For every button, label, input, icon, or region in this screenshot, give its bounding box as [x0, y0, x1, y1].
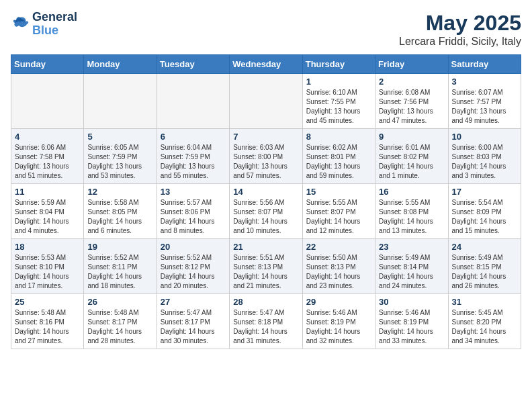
day-number: 17: [452, 187, 517, 197]
weekday-header: Sunday: [11, 55, 84, 74]
calendar-cell: 11Sunrise: 5:59 AM Sunset: 8:04 PM Dayli…: [11, 184, 84, 239]
weekday-header: Friday: [375, 55, 448, 74]
day-info: Sunrise: 6:07 AM Sunset: 7:57 PM Dayligh…: [452, 88, 517, 126]
calendar-cell: 12Sunrise: 5:58 AM Sunset: 8:05 PM Dayli…: [84, 184, 157, 239]
day-number: 2: [379, 77, 444, 87]
day-info: Sunrise: 5:45 AM Sunset: 8:20 PM Dayligh…: [452, 308, 517, 346]
calendar-table: SundayMondayTuesdayWednesdayThursdayFrid…: [11, 54, 521, 349]
day-number: 11: [15, 187, 80, 197]
day-number: 13: [161, 187, 226, 197]
calendar-cell: 27Sunrise: 5:47 AM Sunset: 8:17 PM Dayli…: [157, 294, 229, 349]
weekday-header: Thursday: [302, 55, 375, 74]
day-number: 24: [452, 242, 517, 252]
day-info: Sunrise: 5:53 AM Sunset: 8:10 PM Dayligh…: [15, 253, 80, 291]
day-number: 1: [306, 77, 371, 87]
calendar-cell: 3Sunrise: 6:07 AM Sunset: 7:57 PM Daylig…: [448, 74, 521, 129]
day-info: Sunrise: 5:47 AM Sunset: 8:18 PM Dayligh…: [233, 308, 298, 346]
calendar-week-row: 1Sunrise: 6:10 AM Sunset: 7:55 PM Daylig…: [11, 74, 521, 129]
calendar-cell: 14Sunrise: 5:56 AM Sunset: 8:07 PM Dayli…: [230, 184, 302, 239]
weekday-header: Monday: [84, 55, 157, 74]
calendar-cell: 15Sunrise: 5:55 AM Sunset: 8:07 PM Dayli…: [302, 184, 375, 239]
day-info: Sunrise: 5:46 AM Sunset: 8:19 PM Dayligh…: [379, 308, 444, 346]
day-number: 15: [306, 187, 371, 197]
logo-text: General Blue: [32, 11, 77, 38]
day-info: Sunrise: 5:59 AM Sunset: 8:04 PM Dayligh…: [15, 198, 80, 236]
day-number: 16: [379, 187, 444, 197]
calendar-cell: 25Sunrise: 5:48 AM Sunset: 8:16 PM Dayli…: [11, 294, 84, 349]
day-number: 8: [306, 132, 371, 142]
logo-icon: [11, 15, 30, 34]
day-info: Sunrise: 6:10 AM Sunset: 7:55 PM Dayligh…: [306, 88, 371, 126]
calendar-cell: 4Sunrise: 6:06 AM Sunset: 7:58 PM Daylig…: [11, 129, 84, 184]
day-number: 7: [233, 132, 298, 142]
day-number: 3: [452, 77, 517, 87]
day-number: 25: [15, 297, 80, 307]
calendar-cell: 29Sunrise: 5:46 AM Sunset: 8:19 PM Dayli…: [302, 294, 375, 349]
day-number: 20: [161, 242, 226, 252]
calendar-cell: [230, 74, 302, 129]
day-info: Sunrise: 6:04 AM Sunset: 7:59 PM Dayligh…: [161, 143, 226, 181]
calendar-cell: [11, 74, 84, 129]
weekday-header: Tuesday: [157, 55, 229, 74]
day-info: Sunrise: 6:03 AM Sunset: 8:00 PM Dayligh…: [233, 143, 298, 181]
calendar-subtitle: Lercara Friddi, Sicily, Italy: [399, 36, 521, 48]
day-number: 31: [452, 297, 517, 307]
day-info: Sunrise: 5:58 AM Sunset: 8:05 PM Dayligh…: [87, 198, 152, 236]
calendar-cell: 13Sunrise: 5:57 AM Sunset: 8:06 PM Dayli…: [157, 184, 229, 239]
calendar-cell: 10Sunrise: 6:00 AM Sunset: 8:03 PM Dayli…: [448, 129, 521, 184]
day-number: 22: [306, 242, 371, 252]
day-number: 26: [87, 297, 152, 307]
calendar-cell: 24Sunrise: 5:49 AM Sunset: 8:15 PM Dayli…: [448, 239, 521, 294]
day-info: Sunrise: 5:52 AM Sunset: 8:12 PM Dayligh…: [161, 253, 226, 291]
calendar-cell: 30Sunrise: 5:46 AM Sunset: 8:19 PM Dayli…: [375, 294, 448, 349]
calendar-cell: 9Sunrise: 6:01 AM Sunset: 8:02 PM Daylig…: [375, 129, 448, 184]
day-number: 10: [452, 132, 517, 142]
day-info: Sunrise: 5:49 AM Sunset: 8:14 PM Dayligh…: [379, 253, 444, 291]
calendar-cell: 21Sunrise: 5:51 AM Sunset: 8:13 PM Dayli…: [230, 239, 302, 294]
day-info: Sunrise: 5:50 AM Sunset: 8:13 PM Dayligh…: [306, 253, 371, 291]
calendar-cell: 7Sunrise: 6:03 AM Sunset: 8:00 PM Daylig…: [230, 129, 302, 184]
calendar-cell: 6Sunrise: 6:04 AM Sunset: 7:59 PM Daylig…: [157, 129, 229, 184]
calendar-week-row: 4Sunrise: 6:06 AM Sunset: 7:58 PM Daylig…: [11, 129, 521, 184]
calendar-cell: 5Sunrise: 6:05 AM Sunset: 7:59 PM Daylig…: [84, 129, 157, 184]
calendar-cell: 26Sunrise: 5:48 AM Sunset: 8:17 PM Dayli…: [84, 294, 157, 349]
calendar-cell: 22Sunrise: 5:50 AM Sunset: 8:13 PM Dayli…: [302, 239, 375, 294]
day-info: Sunrise: 5:51 AM Sunset: 8:13 PM Dayligh…: [233, 253, 298, 291]
calendar-cell: [157, 74, 229, 129]
weekday-header: Wednesday: [230, 55, 302, 74]
day-info: Sunrise: 6:08 AM Sunset: 7:56 PM Dayligh…: [379, 88, 444, 126]
day-info: Sunrise: 5:46 AM Sunset: 8:19 PM Dayligh…: [306, 308, 371, 346]
day-number: 9: [379, 132, 444, 142]
day-number: 29: [306, 297, 371, 307]
day-number: 19: [87, 242, 152, 252]
calendar-cell: 28Sunrise: 5:47 AM Sunset: 8:18 PM Dayli…: [230, 294, 302, 349]
day-info: Sunrise: 5:48 AM Sunset: 8:16 PM Dayligh…: [15, 308, 80, 346]
calendar-cell: 2Sunrise: 6:08 AM Sunset: 7:56 PM Daylig…: [375, 74, 448, 129]
title-area: May 2025 Lercara Friddi, Sicily, Italy: [399, 11, 521, 48]
calendar-cell: [84, 74, 157, 129]
calendar-title: May 2025: [399, 11, 521, 36]
day-number: 28: [233, 297, 298, 307]
calendar-cell: 23Sunrise: 5:49 AM Sunset: 8:14 PM Dayli…: [375, 239, 448, 294]
day-info: Sunrise: 5:55 AM Sunset: 8:08 PM Dayligh…: [379, 198, 444, 236]
day-info: Sunrise: 6:00 AM Sunset: 8:03 PM Dayligh…: [452, 143, 517, 181]
day-info: Sunrise: 5:56 AM Sunset: 8:07 PM Dayligh…: [233, 198, 298, 236]
day-info: Sunrise: 5:54 AM Sunset: 8:09 PM Dayligh…: [452, 198, 517, 236]
day-info: Sunrise: 6:06 AM Sunset: 7:58 PM Dayligh…: [15, 143, 80, 181]
calendar-cell: 16Sunrise: 5:55 AM Sunset: 8:08 PM Dayli…: [375, 184, 448, 239]
calendar-cell: 31Sunrise: 5:45 AM Sunset: 8:20 PM Dayli…: [448, 294, 521, 349]
day-info: Sunrise: 5:57 AM Sunset: 8:06 PM Dayligh…: [161, 198, 226, 236]
calendar-cell: 20Sunrise: 5:52 AM Sunset: 8:12 PM Dayli…: [157, 239, 229, 294]
day-info: Sunrise: 5:49 AM Sunset: 8:15 PM Dayligh…: [452, 253, 517, 291]
calendar-cell: 8Sunrise: 6:02 AM Sunset: 8:01 PM Daylig…: [302, 129, 375, 184]
calendar-cell: 18Sunrise: 5:53 AM Sunset: 8:10 PM Dayli…: [11, 239, 84, 294]
day-number: 21: [233, 242, 298, 252]
calendar-week-row: 25Sunrise: 5:48 AM Sunset: 8:16 PM Dayli…: [11, 294, 521, 349]
day-info: Sunrise: 5:55 AM Sunset: 8:07 PM Dayligh…: [306, 198, 371, 236]
logo: General Blue: [11, 11, 77, 38]
calendar-cell: 1Sunrise: 6:10 AM Sunset: 7:55 PM Daylig…: [302, 74, 375, 129]
header: General Blue May 2025 Lercara Friddi, Si…: [11, 11, 521, 48]
day-info: Sunrise: 6:05 AM Sunset: 7:59 PM Dayligh…: [87, 143, 152, 181]
day-number: 14: [233, 187, 298, 197]
day-info: Sunrise: 6:01 AM Sunset: 8:02 PM Dayligh…: [379, 143, 444, 181]
